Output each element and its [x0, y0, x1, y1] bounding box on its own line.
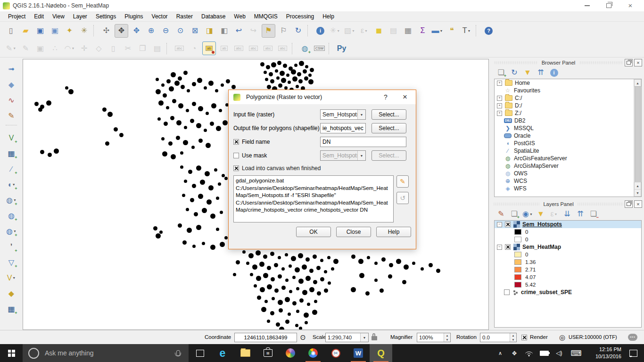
add-group-icon[interactable]: ❏+ [509, 208, 520, 220]
csw-icon[interactable]: CSW [313, 42, 326, 55]
microphone-icon[interactable] [176, 350, 180, 356]
mouse-position-icon[interactable]: ʘ [300, 334, 305, 341]
add-mssql-layer-icon[interactable]: ◍+▼ [5, 194, 18, 206]
menu-raster[interactable]: Raster [172, 12, 197, 21]
refresh-browser-icon[interactable]: ↻ [509, 67, 520, 78]
add-wfs-layer-icon[interactable]: ◍+▼ [5, 225, 18, 238]
coordinate-capture-icon[interactable]: ➟ [5, 63, 18, 75]
wifi-icon[interactable] [522, 344, 536, 362]
legend-item[interactable]: 0 [495, 236, 641, 243]
menu-settings[interactable]: Settings [91, 12, 120, 21]
ok-button[interactable]: OK [296, 227, 331, 237]
statistical-summary-icon[interactable]: ▦ [402, 25, 414, 37]
zoom-to-layer-icon[interactable]: ◧ [218, 25, 231, 37]
menu-layer[interactable]: Layer [69, 12, 91, 21]
topology-checker-icon[interactable]: ∿ [5, 94, 18, 107]
input-file-combo[interactable]: Sem_Hotspots▼ [320, 109, 366, 120]
browser-item-wcs[interactable]: ⊕WCS [495, 177, 641, 185]
highlight-pinned-labels-icon[interactable]: ab [218, 42, 231, 55]
pan-to-selection-icon[interactable]: ✥ [130, 25, 143, 37]
collapse-all-browser-icon[interactable]: ⇈ [535, 67, 546, 78]
layers-float-button[interactable] [625, 200, 633, 208]
open-attribute-table-icon[interactable]: ▤ [387, 25, 400, 37]
save-layer-edits-icon[interactable]: ▣ [34, 42, 47, 55]
legend-item[interactable]: 2.71 [495, 266, 641, 273]
nbc-app-taskbar-button[interactable] [279, 344, 302, 362]
layer-labeling-icon[interactable]: abc [173, 42, 186, 55]
zoom-native-icon[interactable]: ⊙ [174, 25, 187, 37]
scroll-down-icon[interactable]: ▼ [634, 189, 641, 197]
expand-icon[interactable]: + [497, 111, 502, 116]
word-taskbar-button[interactable]: W [347, 344, 370, 362]
scale-lock-icon[interactable] [372, 336, 377, 340]
text-annotation-icon[interactable]: T▼ [460, 25, 473, 37]
delete-selected-icon[interactable]: ▯ [107, 42, 120, 55]
edit-command-button[interactable]: ✎ [396, 175, 409, 188]
snipping-tool-taskbar-button[interactable]: ✂ [324, 344, 347, 362]
use-mask-checkbox[interactable] [233, 153, 239, 158]
crs-globe-icon[interactable]: ◎ [559, 333, 565, 342]
show-bookmarks-icon[interactable]: ⚐ [277, 25, 290, 37]
legend-item[interactable]: 1.36 [495, 258, 641, 266]
reset-command-button[interactable]: ↺ [396, 192, 409, 204]
layer-row-sem_heatmap[interactable]: −Sem_HeatMap [495, 243, 641, 251]
expand-all-layers-icon[interactable]: ⇊ [561, 208, 573, 220]
crs-status-label[interactable]: USER:100000 (OTF) [569, 334, 617, 340]
expand-icon[interactable]: + [497, 96, 502, 101]
field-name-checkbox[interactable] [233, 139, 239, 145]
copy-features-icon[interactable]: ❐ [136, 42, 149, 55]
edge-taskbar-button[interactable]: e [211, 344, 234, 362]
qgis-taskbar-button[interactable]: Q [370, 344, 392, 362]
paste-features-icon[interactable]: ▤ [151, 42, 164, 55]
expand-icon[interactable]: + [497, 103, 502, 108]
run-feature-action-icon[interactable]: ✳▼ [329, 25, 341, 37]
save-project-as-icon[interactable]: ▣ [49, 25, 61, 37]
new-shapefile-layer-icon[interactable]: V▼ [5, 272, 18, 284]
browser-item-mssql[interactable]: ❯MSSQL [495, 124, 641, 132]
menu-project[interactable]: Project [4, 12, 30, 21]
menu-vector[interactable]: Vector [148, 12, 172, 21]
legend-item[interactable]: 0 [495, 228, 641, 236]
zoom-in-icon[interactable]: ⊕ [145, 25, 157, 37]
cut-features-icon[interactable]: ✂ [122, 42, 134, 55]
file-explorer-taskbar-button[interactable] [234, 344, 256, 362]
tray-chevron-icon[interactable]: ∧ [494, 344, 506, 362]
add-raster-layer-icon[interactable]: ▦+ [5, 147, 18, 160]
browser-item-db2[interactable]: DB2DB2 [495, 117, 641, 124]
command-textarea[interactable]: gdal_polygonize.bat C:/Users/annie/Deskt… [233, 175, 394, 222]
chrome-taskbar-button[interactable] [302, 344, 324, 362]
filter-browser-icon[interactable]: ▼ [522, 67, 533, 78]
layer-row-crime_subset_spe[interactable]: crime_subset_SPE [495, 288, 641, 296]
zoom-out-icon[interactable]: ⊖ [159, 25, 172, 37]
messages-icon[interactable]: ••• [628, 334, 637, 341]
gps-information-icon[interactable]: ◆ [5, 78, 18, 91]
output-file-input[interactable] [320, 123, 366, 133]
browser-item-arcgisfeatureserver[interactable]: ◍ArcGisFeatureServer [495, 155, 641, 162]
filter-by-expression-icon[interactable]: ε▼ [548, 208, 560, 220]
volume-icon[interactable]: ◁) [553, 344, 566, 362]
collapse-icon[interactable]: − [497, 222, 502, 227]
zoom-next-icon[interactable]: ↪ [247, 25, 260, 37]
magnifier-spinner[interactable]: 100% ▲▼ [417, 333, 451, 342]
manage-visibility-icon[interactable]: ◉▼ [522, 208, 533, 220]
minimize-button[interactable] [583, 2, 591, 9]
map-tips-icon[interactable]: ❝ [446, 25, 458, 37]
sigma-statistics-icon[interactable]: Σ [416, 25, 429, 37]
toggle-editing-icon[interactable]: ✎ [19, 42, 32, 55]
add-spatialite-layer-icon[interactable]: ∕+ [5, 163, 18, 175]
add-delimited-text-layer-icon[interactable]: ’+ [5, 240, 18, 253]
menu-view[interactable]: View [48, 12, 69, 21]
select-by-expression-icon[interactable]: ε▼ [358, 25, 371, 37]
menu-edit[interactable]: Edit [30, 12, 48, 21]
collapse-icon[interactable]: − [497, 245, 502, 250]
close-dialog-button[interactable]: Close [336, 227, 371, 237]
load-canvas-checkbox[interactable] [233, 165, 239, 171]
add-selected-layers-icon[interactable]: ❏+ [495, 67, 507, 78]
render-checkbox[interactable] [521, 335, 527, 340]
show-hide-labels-icon[interactable]: abc [232, 42, 245, 55]
layer-visibility-checkbox[interactable] [505, 244, 511, 250]
refresh-map-icon[interactable]: ↻ [292, 25, 305, 37]
new-project-icon[interactable]: ▯ [5, 25, 17, 37]
browser-item-wfs[interactable]: ◈WFS [495, 185, 641, 192]
browser-properties-icon[interactable]: i [548, 67, 560, 78]
